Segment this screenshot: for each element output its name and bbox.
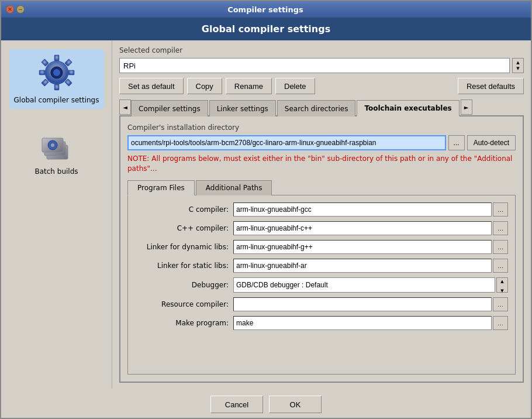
linker-dynamic-input[interactable] [233, 240, 492, 254]
gear-icon [38, 54, 75, 91]
tab-search-directories[interactable]: Search directories [277, 100, 356, 116]
compiler-dropdown[interactable] [119, 58, 510, 73]
main-panel: Selected compiler Set as default Copy Re… [112, 40, 531, 389]
bottom-buttons: Cancel OK [1, 389, 531, 418]
cpp-compiler-row: C++ compiler: … [135, 221, 508, 235]
svg-rect-2 [39, 70, 45, 75]
c-compiler-row: C compiler: … [135, 202, 508, 217]
selected-compiler-label: Selected compiler [119, 46, 524, 54]
linker-static-row: Linker for static libs: … [135, 259, 508, 273]
linker-dynamic-label: Linker for dynamic libs: [135, 243, 229, 251]
linker-dynamic-input-wrapper: … [233, 240, 508, 254]
linker-static-browse-button[interactable]: … [493, 259, 508, 273]
install-dir-label: Compiler's installation directory [127, 123, 516, 132]
install-dir-section: Compiler's installation directory ... Au… [127, 123, 516, 174]
note-text: NOTE: All programs below, must exist eit… [127, 154, 516, 174]
install-dir-input[interactable] [127, 135, 446, 150]
compiler-dropdown-arrow[interactable] [512, 58, 524, 73]
svg-point-15 [51, 143, 54, 147]
sidebar-item-label-global: Global compiler settings [14, 96, 99, 104]
svg-rect-1 [54, 84, 59, 90]
linker-dynamic-browse-button[interactable]: … [493, 240, 508, 254]
resource-compiler-browse-button[interactable]: … [493, 297, 508, 311]
sidebar-item-global-compiler-settings[interactable]: Global compiler settings [9, 49, 104, 109]
cpp-compiler-input[interactable] [233, 221, 492, 235]
close-button[interactable]: ✕ [6, 5, 14, 13]
auto-detect-button[interactable]: Auto-detect [467, 135, 516, 150]
linker-static-input-wrapper: … [233, 259, 508, 273]
subtabs-section: Program Files Additional Paths C compile… [127, 180, 516, 375]
c-compiler-label: C compiler: [135, 205, 229, 214]
make-program-row: Make program: … [135, 316, 508, 330]
reset-defaults-button[interactable]: Reset defaults [458, 78, 524, 94]
c-compiler-browse-button[interactable]: … [493, 202, 508, 217]
minimize-button[interactable]: − [16, 5, 25, 13]
sidebar-item-batch-builds[interactable]: Batch builds [30, 121, 82, 180]
cancel-button[interactable]: Cancel [210, 396, 263, 413]
debugger-select[interactable] [233, 277, 495, 293]
window-title: Compiler settings [28, 5, 503, 14]
cpp-compiler-input-wrapper: … [233, 221, 508, 235]
dialog-header: Global compiler settings [1, 18, 531, 40]
debugger-arrow-down-icon [500, 285, 503, 294]
dialog-title: Global compiler settings [202, 23, 330, 35]
cpp-compiler-label: C++ compiler: [135, 224, 229, 232]
ok-button[interactable]: OK [269, 396, 322, 413]
batch-builds-icon [37, 125, 75, 163]
c-compiler-input[interactable] [233, 202, 492, 217]
resource-compiler-input[interactable] [233, 297, 492, 311]
c-compiler-input-wrapper: … [233, 202, 508, 217]
make-program-input[interactable] [233, 316, 492, 330]
sidebar-item-label-batch: Batch builds [34, 167, 78, 176]
tab-arrow-left[interactable]: ◄ [119, 99, 131, 115]
tab-content: Compiler's installation directory ... Au… [119, 116, 524, 383]
titlebar: ✕ − Compiler settings [1, 1, 531, 18]
resource-compiler-label: Resource compiler: [135, 300, 229, 308]
debugger-select-wrapper [233, 277, 508, 293]
subtab-content: C compiler: … C++ compiler: [127, 195, 516, 375]
copy-button[interactable]: Copy [187, 78, 222, 94]
compiler-select-row [119, 58, 524, 73]
install-dir-browse-button[interactable]: ... [448, 135, 465, 150]
debugger-arrow-up-icon [500, 276, 503, 284]
delete-button[interactable]: Delete [275, 78, 315, 94]
svg-rect-3 [68, 70, 74, 75]
rename-button[interactable]: Rename [226, 78, 272, 94]
resource-compiler-input-wrapper: … [233, 297, 508, 311]
linker-dynamic-row: Linker for dynamic libs: … [135, 240, 508, 254]
install-dir-row: ... Auto-detect [127, 135, 516, 150]
linker-static-label: Linker for static libs: [135, 262, 229, 270]
tab-arrow-right[interactable]: ► [461, 99, 472, 115]
debugger-arrow-button[interactable] [496, 277, 508, 293]
subtab-additional-paths[interactable]: Additional Paths [196, 180, 272, 195]
debugger-row: Debugger: [135, 277, 508, 293]
tab-linker-settings[interactable]: Linker settings [209, 100, 276, 116]
linker-static-input[interactable] [233, 259, 492, 273]
set-as-default-button[interactable]: Set as default [119, 78, 184, 94]
make-program-label: Make program: [135, 319, 229, 327]
svg-point-10 [53, 69, 60, 76]
content-area: Global compiler settings [1, 40, 531, 389]
titlebar-buttons: ✕ − [6, 5, 25, 13]
main-window: ✕ − Compiler settings Global compiler se… [0, 0, 532, 419]
sidebar: Global compiler settings [1, 40, 112, 389]
tabs-section: ◄ Compiler settings Linker settings Sear… [119, 99, 524, 383]
subtabs-nav: Program Files Additional Paths [127, 180, 516, 195]
make-program-input-wrapper: … [233, 316, 508, 330]
svg-rect-0 [54, 55, 59, 61]
resource-compiler-row: Resource compiler: … [135, 297, 508, 311]
tab-compiler-settings[interactable]: Compiler settings [131, 100, 208, 116]
compiler-buttons-row: Set as default Copy Rename Delete Reset … [119, 78, 524, 94]
subtab-program-files[interactable]: Program Files [127, 180, 195, 195]
debugger-label: Debugger: [135, 281, 229, 289]
make-program-browse-button[interactable]: … [493, 316, 508, 330]
tabs-nav: ◄ Compiler settings Linker settings Sear… [119, 99, 524, 116]
selected-compiler-section: Selected compiler Set as default Copy Re… [119, 46, 524, 94]
cpp-compiler-browse-button[interactable]: … [493, 221, 508, 235]
tab-toolchain-executables[interactable]: Toolchain executables [357, 100, 459, 116]
